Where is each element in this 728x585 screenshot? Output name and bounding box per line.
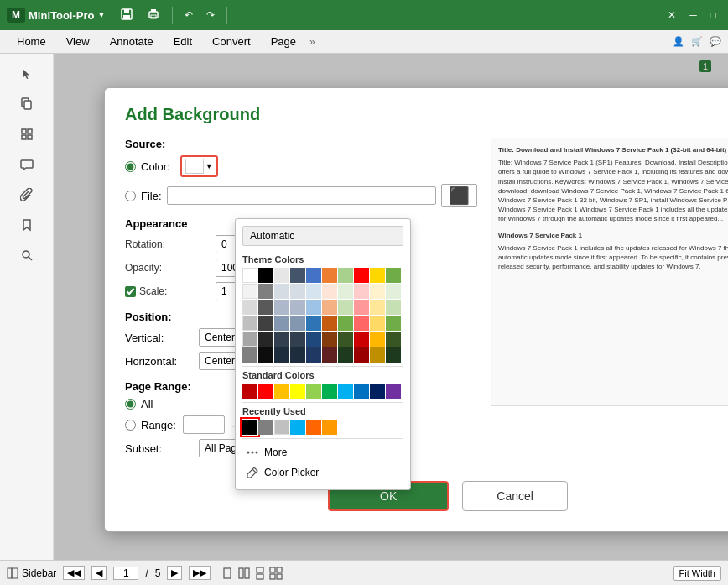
color-cell[interactable]	[258, 347, 273, 363]
color-cell[interactable]	[354, 384, 369, 399]
color-cell[interactable]	[386, 332, 401, 347]
attachment-btn[interactable]	[7, 181, 47, 208]
color-cell[interactable]	[354, 284, 369, 299]
automatic-color-button[interactable]: Automatic	[242, 226, 403, 246]
color-cell[interactable]	[338, 284, 353, 299]
color-cell[interactable]	[258, 420, 273, 435]
color-cell[interactable]	[306, 384, 321, 399]
color-cell[interactable]	[370, 300, 385, 315]
color-cell[interactable]	[338, 332, 353, 347]
color-cell[interactable]	[322, 384, 337, 399]
color-cell[interactable]	[242, 347, 257, 363]
bookmark-btn[interactable]	[7, 212, 47, 238]
color-cell[interactable]	[290, 316, 305, 331]
close-window-button[interactable]: ✕	[663, 7, 681, 24]
color-cell[interactable]	[370, 384, 385, 399]
color-cell[interactable]	[322, 332, 337, 347]
color-cell[interactable]	[370, 268, 385, 283]
color-cell[interactable]	[290, 332, 305, 347]
scale-checkbox-label[interactable]: Scale:	[125, 285, 209, 297]
color-cell[interactable]	[386, 316, 401, 331]
search-btn[interactable]	[7, 242, 47, 269]
color-cell[interactable]	[338, 300, 353, 315]
color-cell[interactable]	[322, 284, 337, 299]
prev-page-btn[interactable]: ◀◀	[63, 566, 85, 580]
next-page-btn[interactable]: ▶	[167, 566, 182, 580]
page-number-input[interactable]	[113, 567, 138, 580]
color-cell[interactable]	[386, 347, 401, 363]
menu-page[interactable]: Page	[261, 32, 306, 51]
more-action[interactable]: More	[242, 442, 403, 462]
color-cell[interactable]	[322, 300, 337, 315]
color-cell[interactable]	[338, 268, 353, 283]
print-button[interactable]	[142, 5, 165, 26]
color-radio[interactable]	[125, 161, 136, 172]
color-cell[interactable]	[242, 300, 257, 315]
undo-button[interactable]: ↶	[179, 7, 198, 24]
fit-width-label[interactable]: Fit Width	[673, 566, 721, 581]
all-radio-label[interactable]: All	[125, 398, 153, 410]
color-cell[interactable]	[274, 316, 289, 331]
sidebar-toggle[interactable]: Sidebar	[7, 567, 56, 579]
account-icon[interactable]: 👤	[673, 36, 684, 47]
color-cell[interactable]	[306, 268, 321, 283]
file-path-input[interactable]	[167, 186, 436, 205]
color-cell[interactable]	[274, 332, 289, 347]
chat-icon[interactable]: 💬	[710, 36, 721, 47]
color-cell[interactable]	[290, 384, 305, 399]
back-page-btn[interactable]: ◀	[91, 566, 107, 580]
two-page-icon[interactable]	[237, 567, 251, 580]
file-browse-button[interactable]: ⬛	[441, 184, 477, 207]
color-cell[interactable]	[274, 268, 289, 283]
color-cell[interactable]	[306, 284, 321, 299]
color-cell[interactable]	[258, 316, 273, 331]
color-cell[interactable]	[354, 347, 369, 363]
single-page-icon[interactable]	[221, 567, 234, 580]
comment-btn[interactable]	[7, 151, 47, 178]
cart-icon[interactable]: 🛒	[691, 36, 703, 47]
scroll-icon[interactable]	[253, 567, 267, 580]
all-radio[interactable]	[125, 399, 136, 410]
color-cell[interactable]	[370, 347, 385, 363]
color-cell[interactable]	[290, 420, 305, 435]
color-cell[interactable]	[354, 332, 369, 347]
color-cell[interactable]	[242, 284, 257, 299]
range-radio[interactable]	[125, 420, 136, 431]
color-cell[interactable]	[370, 316, 385, 331]
color-cell[interactable]	[354, 268, 369, 283]
color-cell[interactable]	[290, 347, 305, 363]
color-cell[interactable]	[290, 300, 305, 315]
color-cell[interactable]	[386, 268, 401, 283]
color-cell[interactable]	[354, 300, 369, 315]
color-cell[interactable]	[306, 420, 321, 435]
file-radio[interactable]	[125, 191, 136, 201]
color-cell[interactable]	[274, 420, 289, 435]
color-cell[interactable]	[386, 384, 401, 399]
logo-dropdown[interactable]: ▼	[97, 11, 105, 19]
color-cell-selected[interactable]	[242, 420, 257, 435]
color-cell[interactable]	[258, 332, 273, 347]
range-radio-label[interactable]: Range:	[125, 419, 176, 431]
color-cell[interactable]	[306, 300, 321, 315]
color-cell[interactable]	[242, 316, 257, 331]
minimize-button[interactable]: ─	[684, 7, 702, 24]
menu-convert[interactable]: Convert	[202, 32, 261, 51]
color-cell[interactable]	[290, 284, 305, 299]
color-cell[interactable]	[306, 316, 321, 331]
pages-btn[interactable]	[7, 91, 47, 118]
color-cell[interactable]	[258, 268, 273, 283]
redo-button[interactable]: ↷	[201, 7, 220, 24]
color-cell[interactable]	[338, 316, 353, 331]
select-tool-btn[interactable]	[7, 60, 47, 87]
color-cell[interactable]	[258, 384, 273, 399]
color-cell[interactable]	[354, 316, 369, 331]
last-page-btn[interactable]: ▶▶	[189, 566, 211, 580]
color-cell[interactable]	[306, 332, 321, 347]
menu-annotate[interactable]: Annotate	[100, 32, 164, 51]
color-cell[interactable]	[386, 284, 401, 299]
color-cell[interactable]	[386, 300, 401, 315]
color-cell[interactable]	[242, 384, 257, 399]
color-cell[interactable]	[274, 347, 289, 363]
color-cell[interactable]	[370, 284, 385, 299]
color-cell[interactable]	[258, 300, 273, 315]
